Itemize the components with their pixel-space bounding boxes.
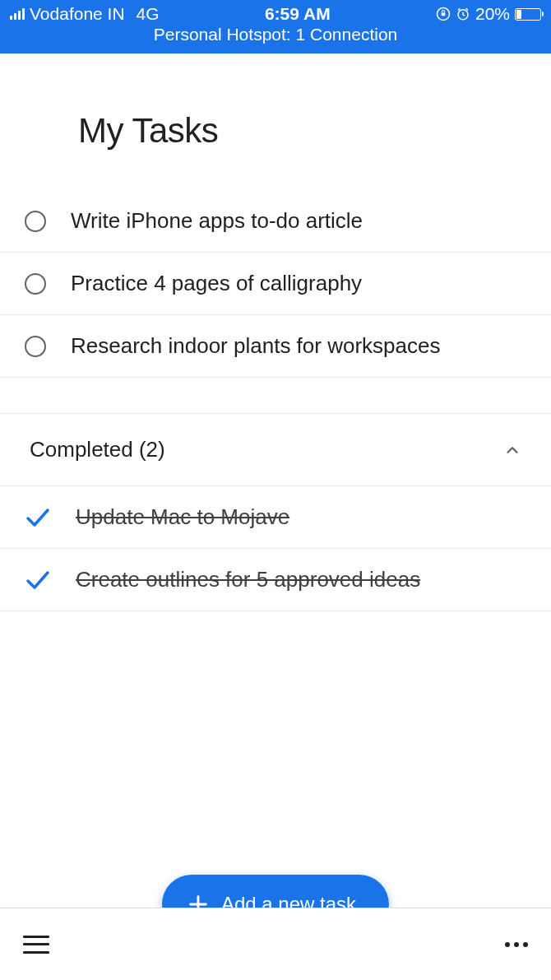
task-label: Write iPhone apps to-do article xyxy=(71,208,363,234)
battery-percent-label: 20% xyxy=(475,4,510,24)
checkmark-icon[interactable] xyxy=(25,507,51,528)
hotspot-label: Personal Hotspot: 1 Connection xyxy=(0,25,551,49)
main-content: My Tasks Write iPhone apps to-do article… xyxy=(0,53,551,611)
task-label: Practice 4 pages of calligraphy xyxy=(71,271,362,296)
task-row[interactable]: Research indoor plants for workspaces xyxy=(0,315,551,378)
carrier-label: Vodafone IN xyxy=(30,4,125,24)
completed-task-label: Create outlines for 5 approved ideas xyxy=(76,567,420,592)
bottom-bar xyxy=(0,908,551,980)
status-bar: Vodafone IN 4G 6:59 AM 20% Personal Hots… xyxy=(0,0,551,53)
completed-task-row[interactable]: Update Mac to Mojave xyxy=(0,486,551,549)
completed-task-row[interactable]: Create outlines for 5 approved ideas xyxy=(0,549,551,611)
status-right: 20% xyxy=(436,4,541,24)
task-checkbox[interactable] xyxy=(25,336,46,357)
chevron-up-icon xyxy=(503,441,521,459)
orientation-lock-icon xyxy=(436,7,451,21)
more-button[interactable] xyxy=(505,942,528,947)
svg-rect-1 xyxy=(442,13,446,16)
signal-icon xyxy=(10,8,25,20)
task-checkbox[interactable] xyxy=(25,273,46,295)
battery-icon xyxy=(515,8,541,21)
alarm-icon xyxy=(456,7,470,21)
task-label: Research indoor plants for workspaces xyxy=(71,333,440,359)
network-label: 4G xyxy=(137,4,160,24)
task-row[interactable]: Practice 4 pages of calligraphy xyxy=(0,253,551,315)
completed-section-header[interactable]: Completed (2) xyxy=(0,414,551,486)
task-row[interactable]: Write iPhone apps to-do article xyxy=(0,190,551,253)
completed-section-label: Completed (2) xyxy=(30,437,165,462)
page-title: My Tasks xyxy=(0,111,551,190)
section-spacer xyxy=(0,378,551,414)
task-checkbox[interactable] xyxy=(25,211,46,232)
checkmark-icon[interactable] xyxy=(25,569,51,591)
menu-button[interactable] xyxy=(23,936,49,954)
status-bar-top: Vodafone IN 4G 6:59 AM 20% xyxy=(0,0,551,25)
status-left: Vodafone IN 4G xyxy=(10,4,160,24)
completed-task-label: Update Mac to Mojave xyxy=(76,504,289,530)
clock-label: 6:59 AM xyxy=(265,4,331,24)
